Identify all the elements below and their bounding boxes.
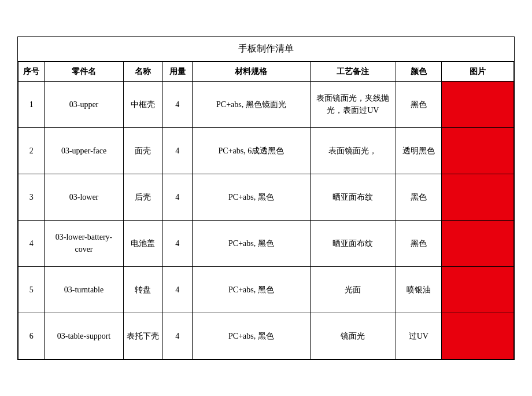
cell-qty: 4 (162, 174, 192, 220)
cell-craft: 表面镜面光，夹线抛光，表面过UV (311, 81, 396, 127)
cell-name: 转盘 (123, 266, 162, 313)
table-row: 603-table-support表托下壳4PC+abs, 黑色镜面光过UV (19, 313, 514, 359)
cell-part-code: 03-turntable (45, 266, 123, 313)
cell-seq: 2 (19, 127, 45, 174)
cell-craft: 镜面光 (311, 313, 396, 359)
main-table: 序号 零件名 名称 用量 材料规格 工艺备注 颜色 图片 103-upper中框… (18, 61, 514, 360)
table-row: 103-upper中框壳4PC+abs, 黑色镜面光表面镜面光，夹线抛光，表面过… (19, 81, 514, 127)
cell-part-code: 03-lower (45, 174, 123, 220)
cell-name: 中框壳 (123, 81, 162, 127)
cell-part-code: 03-lower-battery-cover (45, 220, 123, 266)
header-part-code: 零件名 (45, 61, 123, 81)
cell-seq: 3 (19, 174, 45, 220)
cell-seq: 4 (19, 220, 45, 266)
table-wrapper: 手板制作清单 序号 零件名 名称 用量 材料规格 工艺备注 (17, 36, 515, 360)
cell-seq: 5 (19, 266, 45, 313)
cell-craft: 光面 (311, 266, 396, 313)
cell-spec: PC+abs, 黑色镜面光 (192, 81, 310, 127)
header-row: 序号 零件名 名称 用量 材料规格 工艺备注 颜色 图片 (19, 61, 514, 81)
cell-qty: 4 (162, 266, 192, 313)
cell-craft: 晒亚面布纹 (311, 174, 396, 220)
cell-qty: 4 (162, 220, 192, 266)
cell-color: 过UV (396, 313, 441, 359)
cell-name: 后壳 (123, 174, 162, 220)
cell-craft: 表面镜面光， (311, 127, 396, 174)
cell-part-code: 03-table-support (45, 313, 123, 359)
header-pic: 图片 (442, 61, 514, 81)
header-color: 颜色 (396, 61, 441, 81)
header-qty: 用量 (162, 61, 192, 81)
cell-qty: 4 (162, 313, 192, 359)
cell-spec: PC+abs, 黑色 (192, 313, 310, 359)
header-seq: 序号 (19, 61, 45, 81)
cell-spec: PC+abs, 黑色 (192, 266, 310, 313)
header-spec: 材料规格 (192, 61, 310, 81)
header-craft: 工艺备注 (311, 61, 396, 81)
cell-name: 电池盖 (123, 220, 162, 266)
cell-pic (442, 81, 514, 127)
cell-seq: 1 (19, 81, 45, 127)
cell-qty: 4 (162, 127, 192, 174)
cell-craft: 晒亚面布纹 (311, 220, 396, 266)
table-row: 303-lower后壳4PC+abs, 黑色晒亚面布纹黑色 (19, 174, 514, 220)
cell-color: 透明黑色 (396, 127, 441, 174)
cell-color: 黑色 (396, 81, 441, 127)
cell-pic (442, 174, 514, 220)
table-row: 203-upper-face面壳4PC+abs, 6成透黑色表面镜面光，透明黑色 (19, 127, 514, 174)
cell-spec: PC+abs, 6成透黑色 (192, 127, 310, 174)
cell-pic (442, 127, 514, 174)
cell-color: 喷银油 (396, 266, 441, 313)
cell-pic (442, 266, 514, 313)
cell-color: 黑色 (396, 220, 441, 266)
table-row: 503-turntable转盘4PC+abs, 黑色光面喷银油 (19, 266, 514, 313)
cell-name: 面壳 (123, 127, 162, 174)
cell-seq: 6 (19, 313, 45, 359)
table-title: 手板制作清单 (18, 37, 514, 61)
cell-name: 表托下壳 (123, 313, 162, 359)
cell-spec: PC+abs, 黑色 (192, 174, 310, 220)
cell-spec: PC+abs, 黑色 (192, 220, 310, 266)
cell-pic (442, 313, 514, 359)
table-row: 403-lower-battery-cover电池盖4PC+abs, 黑色晒亚面… (19, 220, 514, 266)
cell-part-code: 03-upper-face (45, 127, 123, 174)
header-name: 名称 (123, 61, 162, 81)
cell-color: 黑色 (396, 174, 441, 220)
cell-pic (442, 220, 514, 266)
cell-part-code: 03-upper (45, 81, 123, 127)
page-container: 手板制作清单 序号 零件名 名称 用量 材料规格 工艺备注 (0, 0, 532, 396)
cell-qty: 4 (162, 81, 192, 127)
